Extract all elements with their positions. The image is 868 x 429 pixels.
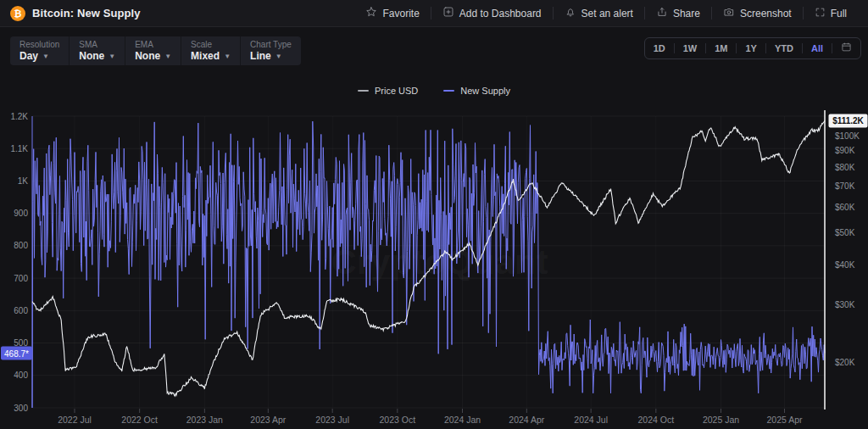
share-label: Share: [673, 8, 700, 20]
bitcoin-icon: ₿: [10, 6, 25, 21]
x-tick-label: 2025 Jan: [703, 415, 739, 425]
y-right-tick-label: $100K: [835, 131, 860, 141]
chart-title-group: ₿ Bitcoin: New Supply: [10, 6, 141, 21]
add-dashboard-icon: [442, 6, 454, 20]
y-right-tick-label: $90K: [835, 146, 855, 155]
screenshot-label: Screenshot: [740, 8, 792, 20]
range-1d[interactable]: 1D: [645, 38, 674, 58]
y-left-tick-label: 1K: [18, 176, 29, 186]
price-current-value: $111.2K: [832, 116, 864, 125]
new-supply-swatch: [443, 90, 454, 92]
chart-type-value: Line: [250, 50, 271, 62]
range-picker: 1D 1W 1M 1Y YTD All: [644, 37, 861, 59]
x-tick-label: 2023 Jul: [315, 415, 349, 425]
fullscreen-label: Full: [831, 8, 847, 20]
y-left-tick-label: 300: [14, 404, 28, 413]
legend-item-new-supply[interactable]: New Supply: [443, 86, 510, 96]
resolution-label: Resolution: [19, 40, 59, 50]
app-root: ₿ Bitcoin: New Supply Favorite Add to Da…: [0, 0, 868, 429]
x-tick-label: 2024 Apr: [509, 415, 545, 425]
scale-value: Mixed: [191, 50, 220, 62]
ema-value: None: [135, 50, 160, 62]
fullscreen-icon: [815, 7, 826, 20]
share-icon: [656, 6, 668, 20]
x-tick-label: 2023 Oct: [380, 415, 416, 425]
chevron-down-icon: ▼: [108, 51, 115, 63]
y-left-tick-label: 800: [14, 241, 28, 250]
x-tick-label: 2022 Oct: [121, 415, 158, 425]
resolution-dropdown[interactable]: Resolution Day▼: [10, 36, 69, 65]
sma-dropdown[interactable]: SMA None▼: [70, 36, 125, 65]
y-right-tick-label: $50K: [835, 228, 855, 237]
range-ytd[interactable]: YTD: [766, 38, 802, 58]
set-alert-label: Set an alert: [581, 8, 633, 20]
x-tick-label: 2023 Apr: [250, 415, 287, 425]
star-icon: [365, 6, 377, 20]
y-right-tick-label: $60K: [835, 203, 855, 212]
range-1m[interactable]: 1M: [706, 38, 736, 58]
topbar-actions: Favorite Add to Dashboard Set an alert S…: [354, 0, 858, 26]
supply-current-value: 468.7*: [4, 349, 29, 359]
sma-value: None: [79, 50, 104, 62]
x-tick-label: 2024 Oct: [638, 415, 675, 425]
x-tick-label: 2024 Jan: [444, 415, 481, 425]
y-left-tick-label: 900: [14, 209, 28, 218]
scale-dropdown[interactable]: Scale Mixed▼: [181, 36, 240, 65]
range-1w[interactable]: 1W: [675, 38, 706, 58]
resolution-value: Day: [19, 50, 38, 62]
scale-label: Scale: [191, 40, 231, 50]
x-tick-label: 2022 Jul: [58, 415, 92, 425]
sma-label: SMA: [79, 40, 115, 50]
page-title: Bitcoin: New Supply: [32, 7, 141, 20]
calendar-button[interactable]: [832, 41, 860, 56]
fullscreen-button[interactable]: Full: [804, 0, 858, 26]
chevron-down-icon: ▼: [42, 51, 49, 63]
y-right-tick-label: $30K: [835, 300, 855, 309]
y-right-tick-label: $80K: [835, 163, 855, 172]
add-to-dashboard-button[interactable]: Add to Dashboard: [431, 0, 553, 26]
legend-item-price-usd[interactable]: Price USD: [358, 86, 418, 96]
range-1y[interactable]: 1Y: [737, 38, 765, 58]
chart-settings-strip: Resolution Day▼ SMA None▼ EMA None▼ Scal…: [10, 36, 301, 65]
screenshot-button[interactable]: Screenshot: [712, 0, 803, 26]
chart-type-label: Chart Type: [250, 40, 292, 50]
calendar-icon: [841, 41, 852, 56]
y-left-tick-label: 1.1K: [10, 144, 28, 153]
chevron-down-icon: ▼: [164, 51, 171, 63]
chevron-down-icon: ▼: [275, 51, 282, 63]
x-tick-label: 2025 Apr: [766, 415, 803, 425]
favorite-button[interactable]: Favorite: [354, 0, 430, 26]
y-left-tick-label: 1.2K: [10, 112, 28, 121]
ema-dropdown[interactable]: EMA None▼: [125, 36, 181, 65]
set-alert-button[interactable]: Set an alert: [554, 0, 644, 26]
y-right-tick-label: $20K: [835, 358, 855, 367]
add-to-dashboard-label: Add to Dashboard: [459, 8, 542, 20]
y-left-tick-label: 400: [14, 370, 28, 380]
chevron-down-icon: ▼: [224, 51, 231, 63]
legend-label-new-supply: New Supply: [460, 86, 510, 96]
new-supply-series-line: [32, 116, 825, 408]
x-tick-label: 2024 Jul: [574, 415, 608, 425]
y-left-tick-label: 600: [14, 306, 28, 315]
x-tick-label: 2023 Jan: [186, 415, 223, 425]
chart-legend: Price USD New Supply: [0, 86, 868, 96]
bell-icon: [565, 6, 576, 20]
y-right-tick-label: $70K: [835, 181, 855, 191]
range-all[interactable]: All: [803, 38, 832, 58]
legend-label-price-usd: Price USD: [375, 86, 418, 96]
topbar: ₿ Bitcoin: New Supply Favorite Add to Da…: [0, 0, 868, 27]
y-left-tick-label: 500: [14, 338, 28, 348]
camera-icon: [723, 6, 735, 20]
y-right-tick-label: $40K: [835, 260, 855, 270]
favorite-label: Favorite: [382, 8, 419, 20]
ema-label: EMA: [135, 40, 171, 50]
y-left-tick-label: 700: [14, 274, 28, 283]
chart-type-dropdown[interactable]: Chart Type Line▼: [241, 36, 301, 65]
price-usd-swatch: [358, 90, 369, 92]
share-button[interactable]: Share: [645, 0, 711, 26]
